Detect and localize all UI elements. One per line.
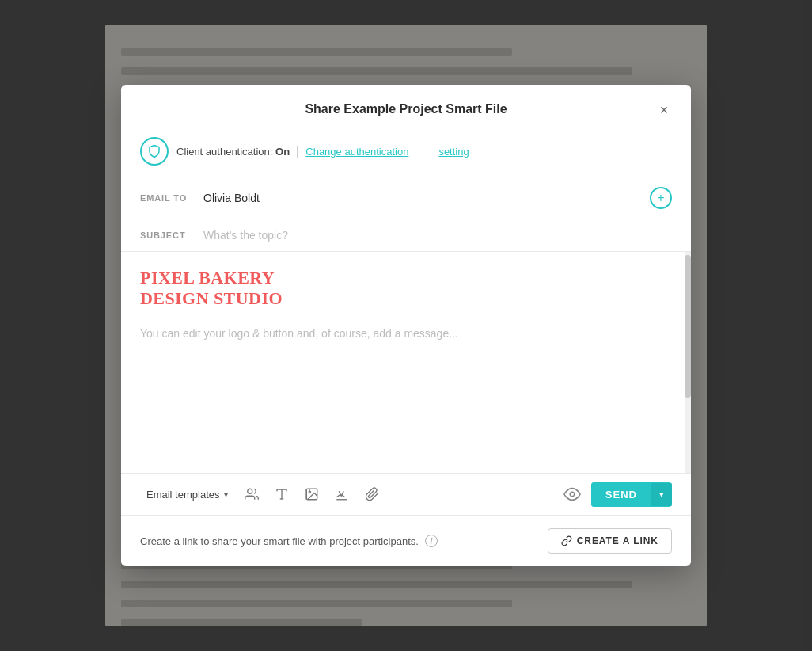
image-icon: [305, 487, 319, 501]
modal-overlay: Share Example Project Smart File × Clien…: [0, 0, 812, 651]
close-button[interactable]: ×: [653, 99, 675, 121]
people-icon: [245, 487, 259, 501]
attachment-icon: [365, 487, 379, 501]
scrollbar-thumb: [685, 255, 691, 398]
auth-info: Client authentication: On | Change authe…: [176, 144, 469, 158]
signature-icon: [335, 487, 349, 501]
auth-divider: |: [296, 144, 299, 158]
change-auth-link[interactable]: Change authentication: [305, 146, 408, 158]
modal: Share Example Project Smart File × Clien…: [121, 85, 691, 566]
svg-point-8: [570, 492, 575, 497]
email-placeholder: You can edit your logo & button and, of …: [140, 326, 672, 342]
create-link-button[interactable]: CREATE A LINK: [548, 528, 672, 554]
auth-setting-link[interactable]: setting: [438, 146, 469, 158]
footer-text: Create a link to share your smart file w…: [140, 535, 419, 547]
svg-point-0: [248, 489, 252, 493]
preview-button[interactable]: [560, 482, 585, 507]
modal-footer: Create a link to share your smart file w…: [121, 516, 691, 566]
email-to-label: EMAIL TO: [140, 193, 203, 203]
link-icon: [561, 535, 572, 546]
form-section: EMAIL TO Olivia Boldt + SUBJECT: [121, 177, 691, 252]
shield-icon: [140, 137, 169, 166]
auth-label: Client authentication: On: [176, 146, 290, 158]
email-to-row: EMAIL TO Olivia Boldt +: [121, 177, 691, 219]
send-dropdown-button[interactable]: ▾: [651, 483, 672, 506]
image-upload-button[interactable]: [299, 482, 324, 507]
send-button[interactable]: SEND: [591, 482, 651, 507]
signature-button[interactable]: [329, 482, 355, 507]
eye-icon: [563, 485, 581, 503]
attachment-button[interactable]: [359, 482, 385, 507]
font-icon: [275, 487, 289, 501]
toolbar: Email templates ▾: [121, 474, 691, 516]
chevron-down-icon: ▾: [224, 490, 228, 499]
template-label: Email templates: [146, 489, 219, 501]
subject-input[interactable]: [203, 229, 672, 242]
modal-title: Share Example Project Smart File: [305, 102, 507, 116]
subject-row: SUBJECT: [121, 219, 691, 251]
font-icon-button[interactable]: [269, 482, 294, 507]
toolbar-right: SEND ▾: [560, 482, 672, 507]
email-body[interactable]: PIXEL BAKERY DESIGN STUDIO You can edit …: [121, 252, 691, 474]
scrollbar-track: [685, 252, 691, 473]
email-templates-dropdown[interactable]: Email templates ▾: [140, 484, 234, 505]
svg-point-4: [309, 491, 311, 493]
people-icon-button[interactable]: [239, 482, 264, 507]
auth-row: Client authentication: On | Change authe…: [121, 129, 691, 177]
send-button-group: SEND ▾: [591, 482, 672, 507]
brand-logo: PIXEL BAKERY DESIGN STUDIO: [140, 268, 672, 310]
info-icon: i: [425, 535, 438, 547]
modal-header: Share Example Project Smart File ×: [121, 85, 691, 129]
email-to-value: Olivia Boldt: [203, 192, 650, 204]
footer-left: Create a link to share your smart file w…: [140, 535, 438, 547]
subject-label: SUBJECT: [140, 230, 203, 240]
add-recipient-button[interactable]: +: [650, 187, 672, 209]
create-link-label: CREATE A LINK: [577, 535, 658, 546]
